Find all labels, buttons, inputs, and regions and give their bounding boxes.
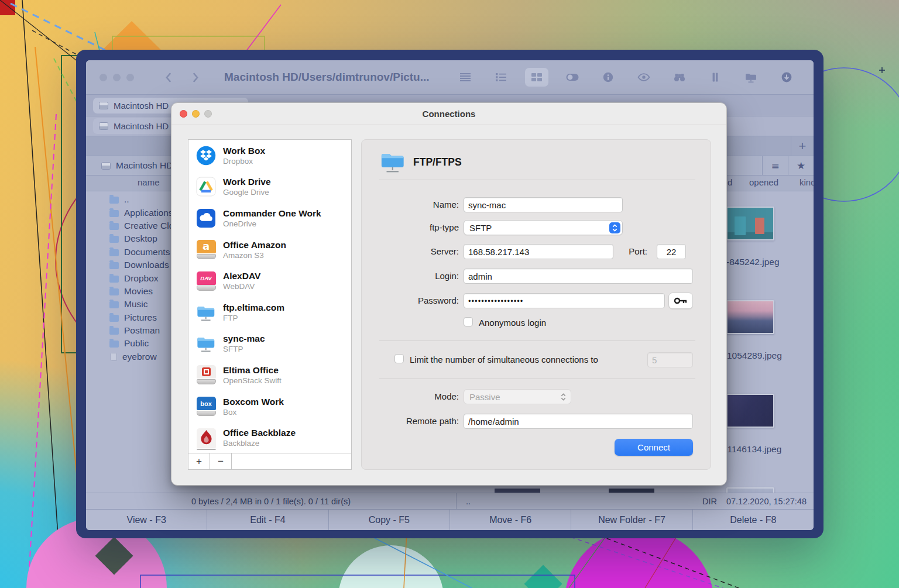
port-input[interactable]: [657, 244, 686, 259]
connection-type: Amazon S3: [223, 250, 286, 260]
connection-type: OneDrive: [223, 219, 321, 229]
info-icon[interactable]: [596, 68, 620, 87]
forward-icon[interactable]: [192, 71, 200, 84]
zoom-button[interactable]: [204, 110, 212, 118]
close-button[interactable]: [99, 74, 107, 81]
mode-label: Mode:: [362, 391, 459, 401]
function-button[interactable]: Copy - F5: [329, 510, 450, 530]
sftp-folder-icon: [196, 333, 216, 353]
function-button[interactable]: New Folder - F7: [571, 510, 692, 530]
connection-list-item[interactable]: Office BackblazeBackblaze: [188, 422, 351, 453]
connection-type: Google Drive: [223, 187, 271, 197]
file-thumbnail[interactable]: [726, 394, 774, 428]
remote-path-input[interactable]: [464, 414, 693, 429]
list-view-icon[interactable]: [454, 68, 477, 87]
connection-list-item[interactable]: aOffice AmazonAmazon S3: [188, 234, 351, 266]
dialog-titlebar[interactable]: Connections: [171, 103, 726, 125]
name-input[interactable]: [464, 197, 623, 212]
detail-view-icon[interactable]: [489, 68, 513, 87]
network-folder-icon[interactable]: [739, 68, 763, 87]
function-button[interactable]: Move - F6: [450, 510, 571, 530]
remove-connection-button[interactable]: −: [210, 453, 232, 469]
column-fragment: d: [728, 177, 732, 187]
connection-list-item[interactable]: Work DriveGoogle Drive: [188, 171, 351, 203]
connection-list-item[interactable]: Commander One WorkOneDrive: [188, 202, 351, 234]
file-name: Documents: [124, 247, 170, 257]
toolbar: [454, 68, 798, 87]
connection-type: Dropbox: [223, 156, 265, 166]
favorites-icon[interactable]: ★: [788, 156, 814, 175]
status-dir: DIR: [702, 497, 717, 506]
ftp-folder-icon: [379, 149, 406, 174]
connection-list-item[interactable]: DAVAlexDAVWebDAV: [188, 265, 351, 297]
ftp-folder-icon: [196, 302, 216, 322]
connection-type: WebDAV: [223, 281, 260, 291]
folder-icon: [109, 236, 119, 243]
file-name: Pictures: [124, 312, 157, 323]
minimize-button[interactable]: [192, 110, 200, 118]
function-button[interactable]: View - F3: [86, 510, 207, 530]
add-connection-button[interactable]: +: [188, 453, 210, 469]
download-icon[interactable]: [775, 68, 798, 87]
file-name: Creative Clo: [124, 221, 174, 231]
ftp-type-select[interactable]: SFTP: [464, 220, 623, 235]
box-icon: box: [196, 397, 216, 417]
connection-name: AlexDAV: [223, 270, 260, 281]
file-name: Applications: [124, 208, 173, 218]
connection-list-item[interactable]: sync-macSFTP: [188, 328, 351, 360]
column-opened[interactable]: opened: [749, 177, 778, 187]
function-button[interactable]: Edit - F4: [207, 510, 328, 530]
remote-path-label: Remote path:: [362, 416, 459, 426]
login-input[interactable]: [464, 269, 693, 284]
connect-button[interactable]: Connect: [615, 439, 693, 456]
connection-list-item[interactable]: Work BoxDropbox: [188, 140, 351, 171]
password-input[interactable]: [464, 293, 665, 308]
new-tab-button[interactable]: +: [791, 136, 814, 156]
file-name: Dropbox: [124, 273, 159, 284]
password-label: Password:: [362, 295, 459, 305]
openstack-icon: [196, 365, 216, 385]
pause-icon[interactable]: [704, 68, 727, 87]
folder-icon: [109, 341, 119, 348]
anonymous-login-label: Anonymous login: [479, 318, 546, 328]
column-kind[interactable]: kind: [800, 177, 814, 187]
file-name: Desktop: [124, 233, 157, 244]
menu-icon[interactable]: ≡: [762, 156, 788, 175]
anonymous-login-checkbox[interactable]: [464, 317, 473, 326]
function-button[interactable]: Delete - F8: [693, 510, 814, 530]
disk-icon: [101, 162, 111, 170]
file-thumbnail[interactable]: [726, 487, 774, 493]
toggle-icon[interactable]: [561, 68, 584, 87]
connection-list-item[interactable]: boxBoxcom WorkBox: [188, 391, 351, 422]
folder-icon: [109, 249, 119, 256]
file-thumbnail[interactable]: [726, 300, 774, 334]
file-thumbnail[interactable]: [726, 207, 774, 240]
stepper-icon: [558, 391, 569, 403]
limit-connections-checkbox[interactable]: [394, 354, 404, 363]
status-path: ..: [457, 497, 471, 506]
divider: [379, 379, 695, 379]
connection-name: Office Backblaze: [223, 427, 296, 438]
name-label: Name:: [362, 200, 459, 209]
eye-icon[interactable]: [632, 68, 656, 87]
dialog-title: Connections: [171, 109, 726, 119]
login-label: Login:: [362, 271, 459, 281]
connections-toolbar: + −: [188, 453, 351, 469]
connection-list-item[interactable]: ftp.eltima.comFTP: [188, 297, 351, 328]
folder-icon: [109, 315, 119, 322]
back-icon[interactable]: [164, 71, 172, 84]
mode-select[interactable]: Passive: [464, 389, 571, 404]
function-key-bar: View - F3Edit - F4Copy - F5Move - F6New …: [86, 509, 814, 530]
connection-name: Work Box: [223, 145, 265, 156]
disk-icon: [99, 122, 108, 130]
keychain-button[interactable]: [668, 293, 693, 309]
minimize-button[interactable]: [113, 74, 121, 81]
zoom-button[interactable]: [126, 74, 134, 81]
binoculars-icon[interactable]: [668, 68, 691, 87]
connection-name: sync-mac: [223, 333, 265, 344]
close-button[interactable]: [180, 110, 187, 118]
connection-list-item[interactable]: Eltima OfficeOpenStack Swift: [188, 359, 351, 391]
column-name[interactable]: name: [138, 177, 160, 187]
limit-connections-input[interactable]: [647, 352, 693, 367]
grid-view-icon[interactable]: [525, 68, 548, 87]
